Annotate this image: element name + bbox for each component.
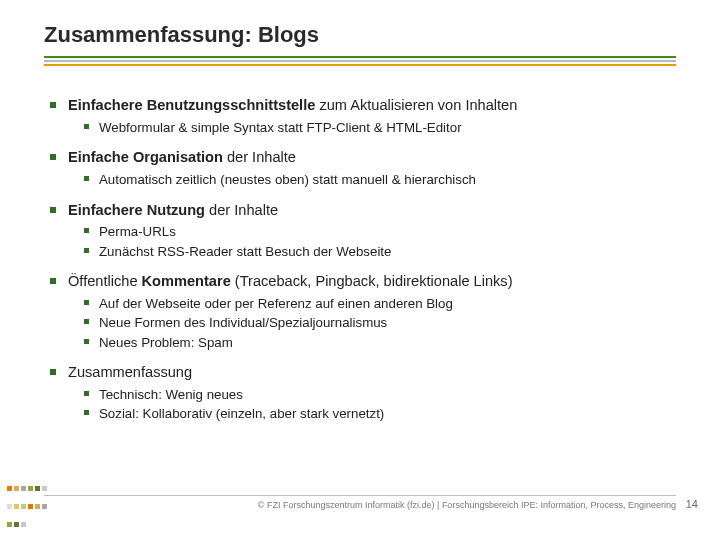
bullet-square-icon — [84, 410, 89, 415]
bullet-list-level2: Webformular & simple Syntax statt FTP-Cl… — [84, 119, 670, 136]
slide-title: Zusammenfassung: Blogs — [44, 22, 676, 48]
bullet-level1: Einfache Organisation der Inhalte — [50, 148, 670, 167]
bullet-text: Zunächst RSS-Reader statt Besuch der Web… — [99, 243, 391, 260]
bullet-square-icon — [50, 102, 56, 108]
bullet-level1: Öffentliche Kommentare (Traceback, Pingb… — [50, 272, 670, 291]
bullet-text: Technisch: Wenig neues — [99, 386, 243, 403]
bullet-square-icon — [84, 339, 89, 344]
slide-body: Einfachere Benutzungsschnittstelle zum A… — [44, 68, 676, 422]
bullet-text: Perma-URLs — [99, 223, 176, 240]
bullet-square-icon — [84, 300, 89, 305]
dot-icon — [14, 486, 19, 491]
dot-icon — [28, 486, 33, 491]
bullet-level2: Webformular & simple Syntax statt FTP-Cl… — [84, 119, 670, 136]
dot-icon — [28, 504, 33, 509]
bullet-list-level1: Einfachere Benutzungsschnittstelle zum A… — [50, 96, 670, 422]
bullet-square-icon — [84, 391, 89, 396]
bullet-level2: Auf der Webseite oder per Referenz auf e… — [84, 295, 670, 312]
dot-icon — [7, 504, 12, 509]
bullet-level2: Sozial: Kollaborativ (einzeln, aber star… — [84, 405, 670, 422]
bullet-text: Webformular & simple Syntax statt FTP-Cl… — [99, 119, 462, 136]
bullet-level2: Neues Problem: Spam — [84, 334, 670, 351]
bullet-list-level2: Perma-URLsZunächst RSS-Reader statt Besu… — [84, 223, 670, 260]
dot-icon — [7, 486, 12, 491]
bullet-level1: Einfachere Nutzung der Inhalte — [50, 201, 670, 220]
bullet-text: Einfachere Nutzung der Inhalte — [68, 201, 278, 220]
dot-icon — [21, 504, 26, 509]
bullet-text: Einfachere Benutzungsschnittstelle zum A… — [68, 96, 517, 115]
bullet-square-icon — [84, 248, 89, 253]
bullet-text: Sozial: Kollaborativ (einzeln, aber star… — [99, 405, 384, 422]
title-underline — [44, 56, 676, 66]
bullet-square-icon — [84, 176, 89, 181]
dot-icon — [7, 522, 12, 527]
bullet-level2: Neue Formen des Individual/Spezialjourna… — [84, 314, 670, 331]
bullet-level1: Zusammenfassung — [50, 363, 670, 382]
page-number: 14 — [686, 498, 698, 510]
bullet-level2: Zunächst RSS-Reader statt Besuch der Web… — [84, 243, 670, 260]
bullet-text: Auf der Webseite oder per Referenz auf e… — [99, 295, 453, 312]
bullet-square-icon — [50, 154, 56, 160]
corner-dots-icon — [6, 478, 50, 532]
footer: © FZI Forschungszentrum Informatik (fzi.… — [44, 495, 676, 510]
dot-icon — [35, 504, 40, 509]
slide: Zusammenfassung: Blogs Einfachere Benutz… — [0, 0, 720, 540]
dot-icon — [42, 486, 47, 491]
bullet-text: Zusammenfassung — [68, 363, 192, 382]
footer-rule — [44, 495, 676, 496]
bullet-text: Neue Formen des Individual/Spezialjourna… — [99, 314, 387, 331]
dot-icon — [14, 522, 19, 527]
bullet-text: Neues Problem: Spam — [99, 334, 233, 351]
bullet-text: Automatisch zeitlich (neustes oben) stat… — [99, 171, 476, 188]
dot-icon — [35, 486, 40, 491]
rule-grey — [44, 60, 676, 62]
bullet-list-level2: Automatisch zeitlich (neustes oben) stat… — [84, 171, 670, 188]
bullet-square-icon — [84, 124, 89, 129]
bullet-square-icon — [50, 278, 56, 284]
bullet-square-icon — [50, 369, 56, 375]
dot-icon — [14, 504, 19, 509]
footer-text: © FZI Forschungszentrum Informatik (fzi.… — [44, 500, 676, 510]
bullet-square-icon — [84, 228, 89, 233]
bullet-level1: Einfachere Benutzungsschnittstelle zum A… — [50, 96, 670, 115]
dot-icon — [21, 522, 26, 527]
bullet-square-icon — [50, 207, 56, 213]
bullet-level2: Perma-URLs — [84, 223, 670, 240]
rule-green — [44, 56, 676, 58]
bullet-square-icon — [84, 319, 89, 324]
dot-icon — [21, 486, 26, 491]
bullet-list-level2: Technisch: Wenig neuesSozial: Kollaborat… — [84, 386, 670, 423]
bullet-text: Einfache Organisation der Inhalte — [68, 148, 296, 167]
bullet-text: Öffentliche Kommentare (Traceback, Pingb… — [68, 272, 513, 291]
dot-icon — [42, 504, 47, 509]
bullet-level2: Technisch: Wenig neues — [84, 386, 670, 403]
bullet-level2: Automatisch zeitlich (neustes oben) stat… — [84, 171, 670, 188]
rule-gold — [44, 64, 676, 66]
bullet-list-level2: Auf der Webseite oder per Referenz auf e… — [84, 295, 670, 351]
